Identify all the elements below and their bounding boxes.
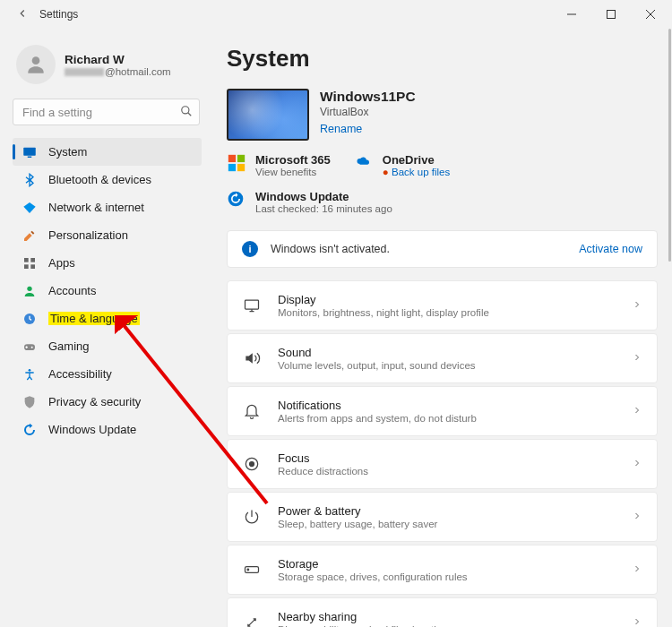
chevron-right-icon — [632, 511, 642, 524]
svg-point-5 — [182, 107, 189, 114]
maximize-button[interactable] — [591, 1, 631, 28]
update-icon — [227, 190, 246, 210]
pc-thumbnail — [227, 89, 309, 141]
settings-card-nearby[interactable]: Nearby sharingDiscoverability, received … — [227, 597, 658, 627]
chevron-right-icon — [632, 616, 642, 628]
sidebar-item-gaming[interactable]: Gaming — [13, 332, 202, 360]
sidebar-item-label: Personalization — [48, 228, 128, 242]
chevron-right-icon — [632, 405, 642, 418]
svg-rect-20 — [228, 164, 236, 171]
person-icon — [24, 53, 47, 76]
rename-link[interactable]: Rename — [320, 123, 416, 135]
chevron-right-icon — [632, 352, 642, 365]
tile-onedrive[interactable]: OneDrive ● Back up files — [354, 153, 450, 177]
arrow-left-icon — [16, 7, 29, 20]
chevron-right-icon — [632, 458, 642, 471]
notifications-icon — [242, 401, 262, 421]
info-icon: i — [242, 241, 258, 257]
sound-icon — [242, 348, 262, 368]
settings-card-storage[interactable]: StorageStorage space, drives, configurat… — [227, 545, 658, 595]
svg-point-25 — [250, 462, 254, 467]
pc-block: Windows11PC VirtualBox Rename — [227, 89, 416, 141]
sidebar-item-bluetooth[interactable]: Bluetooth & devices — [13, 166, 202, 193]
sidebar-item-label: Accessibility — [48, 367, 112, 381]
sidebar-item-personalization[interactable]: Personalization — [13, 221, 202, 249]
top-row: Windows11PC VirtualBox Rename Microsoft … — [227, 89, 658, 214]
svg-line-6 — [188, 113, 192, 116]
card-title: Display — [278, 293, 632, 306]
svg-rect-7 — [23, 147, 36, 155]
tile-title: OneDrive — [383, 153, 450, 167]
tile-sub: ● Back up files — [383, 167, 450, 177]
activate-link[interactable]: Activate now — [579, 243, 642, 255]
sidebar-item-label: Network & internet — [48, 201, 144, 214]
svg-rect-23 — [246, 300, 259, 309]
close-button[interactable] — [631, 1, 670, 28]
sidebar-item-label: Apps — [48, 256, 75, 270]
system-icon — [22, 144, 38, 160]
main-content: System Windows11PC VirtualBox Rename — [211, 29, 672, 627]
card-title: Power & battery — [278, 504, 632, 518]
chevron-right-icon — [632, 563, 642, 577]
onedrive-icon — [354, 153, 374, 173]
close-icon — [646, 10, 655, 19]
search-input[interactable] — [13, 99, 200, 125]
settings-card-focus[interactable]: FocusReduce distractions — [227, 439, 658, 489]
svg-point-4 — [32, 56, 40, 64]
sidebar-item-label: Time & language — [48, 312, 140, 325]
update-icon — [22, 422, 38, 438]
avatar — [16, 45, 56, 84]
nearby-icon — [242, 613, 262, 627]
user-name: Richard W — [65, 53, 171, 66]
power-icon — [242, 507, 262, 527]
pc-name: Windows11PC — [320, 89, 416, 105]
svg-rect-21 — [237, 164, 245, 171]
sidebar-item-label: Accounts — [48, 284, 96, 297]
storage-icon — [242, 560, 262, 580]
card-subtitle: Alerts from apps and system, do not dist… — [278, 413, 632, 424]
tile-microsoft365[interactable]: Microsoft 365 View benefits — [227, 153, 331, 177]
info-tiles: Microsoft 365 View benefits OneDrive ● B… — [227, 153, 450, 214]
user-email: @hotmail.com — [65, 66, 171, 77]
sidebar-item-time[interactable]: Time & language — [13, 305, 202, 332]
tile-title: Windows Update — [255, 190, 392, 203]
sidebar-item-label: Gaming — [48, 339, 90, 353]
svg-rect-1 — [607, 11, 616, 19]
sidebar-item-label: Privacy & security — [48, 395, 141, 408]
card-title: Focus — [278, 451, 632, 465]
user-profile[interactable]: Richard W @hotmail.com — [13, 45, 202, 84]
tile-windows-update[interactable]: Windows Update Last checked: 16 minutes … — [227, 190, 392, 214]
personalization-icon — [22, 228, 38, 244]
svg-point-13 — [27, 286, 31, 290]
card-subtitle: Storage space, drives, configuration rul… — [278, 571, 632, 582]
sidebar-item-network[interactable]: Network & internet — [13, 193, 202, 221]
sidebar-item-privacy[interactable]: Privacy & security — [13, 388, 202, 416]
settings-card-sound[interactable]: SoundVolume levels, output, input, sound… — [227, 333, 658, 383]
minimize-button[interactable] — [552, 1, 591, 28]
settings-card-display[interactable]: DisplayMonitors, brightness, night light… — [227, 280, 658, 331]
card-title: Notifications — [278, 399, 632, 412]
sidebar-item-update[interactable]: Windows Update — [13, 416, 202, 443]
settings-card-power[interactable]: Power & batterySleep, battery usage, bat… — [227, 492, 658, 542]
card-title: Nearby sharing — [278, 610, 632, 623]
sidebar-item-accessibility[interactable]: Accessibility — [13, 360, 202, 388]
gaming-icon — [22, 339, 38, 355]
minimize-icon — [567, 10, 576, 19]
settings-card-notifications[interactable]: NotificationsAlerts from apps and system… — [227, 386, 658, 436]
display-icon — [242, 296, 262, 315]
svg-rect-8 — [28, 156, 32, 158]
page-heading: System — [227, 45, 658, 73]
focus-icon — [242, 454, 262, 474]
sidebar-item-accounts[interactable]: Accounts — [13, 277, 202, 305]
sidebar-item-label: Bluetooth & devices — [48, 173, 151, 186]
svg-rect-10 — [30, 258, 35, 262]
scrollbar-thumb[interactable] — [668, 29, 671, 262]
window-title: Settings — [39, 8, 78, 21]
tile-title: Microsoft 365 — [255, 153, 331, 167]
chevron-right-icon — [632, 299, 642, 313]
sidebar-item-system[interactable]: System — [13, 138, 202, 166]
sidebar-item-apps[interactable]: Apps — [13, 249, 202, 277]
svg-rect-11 — [24, 264, 29, 269]
back-button[interactable] — [7, 7, 38, 22]
accounts-icon — [22, 283, 38, 299]
